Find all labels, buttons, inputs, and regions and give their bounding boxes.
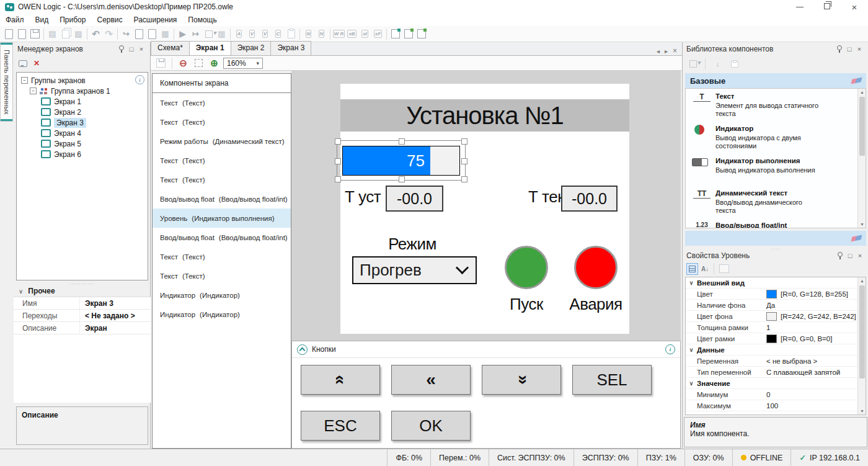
redo-icon[interactable]: ↷ bbox=[102, 27, 115, 40]
component-item-text-3[interactable]: Текст(Текст) bbox=[153, 151, 291, 170]
constant-block-icon[interactable]: C bbox=[272, 27, 285, 40]
library-item-indicator[interactable]: Индикатор Вывод индикатора с двумя состо… bbox=[686, 125, 847, 157]
alarm-indicator-lamp[interactable] bbox=[574, 246, 618, 289]
keypad-esc-button[interactable]: ESC bbox=[301, 411, 380, 441]
run-simulation-icon[interactable]: ▶ bbox=[176, 27, 189, 40]
categorized-view-icon[interactable] bbox=[686, 263, 698, 275]
color-swatch[interactable] bbox=[766, 334, 777, 343]
component-item-text-4[interactable]: Текст(Текст) bbox=[153, 170, 291, 189]
tree-item-screen-4[interactable]: Экран 4 bbox=[54, 129, 81, 138]
tab-schema[interactable]: Схема* bbox=[151, 41, 190, 55]
library-item-progress-indicator[interactable]: Индикатор выполнения Вывод индикатора вы… bbox=[686, 157, 847, 189]
tab-screen-3[interactable]: Экран 3 bbox=[270, 41, 311, 55]
keypad-sel-button[interactable]: SEL bbox=[572, 365, 652, 395]
close-panel-icon[interactable]: × bbox=[854, 44, 864, 54]
t-set-label[interactable]: Т уст bbox=[345, 187, 381, 207]
zoom-out-icon[interactable]: ⊖ bbox=[177, 56, 190, 69]
macro-editor-icon[interactable] bbox=[415, 27, 428, 40]
tree-info-icon[interactable]: i bbox=[135, 75, 144, 84]
scrollbar-thumb[interactable] bbox=[859, 97, 865, 156]
input-block-v2-icon[interactable]: V bbox=[259, 27, 272, 40]
device-memory-icon[interactable]: ▥ bbox=[215, 27, 228, 40]
output-block-n2-icon[interactable]: N bbox=[315, 27, 328, 40]
properties-scrollbar[interactable]: ▲ ▼ bbox=[857, 277, 866, 414]
copy-icon[interactable] bbox=[59, 27, 72, 40]
save-file-icon[interactable] bbox=[29, 27, 42, 40]
close-panel-icon[interactable]: × bbox=[136, 44, 146, 54]
property-row-name[interactable]: Имя Экран 3 bbox=[14, 297, 151, 310]
status-device-ip[interactable]: ✓ IP 192.168.0.1 bbox=[790, 449, 868, 466]
start-indicator-lamp[interactable] bbox=[505, 246, 548, 289]
folder-icon[interactable] bbox=[728, 58, 741, 71]
open-file-icon[interactable] bbox=[16, 27, 29, 40]
clipboard-block-icon[interactable] bbox=[285, 27, 298, 40]
resize-handle[interactable] bbox=[461, 176, 467, 182]
export-icon[interactable]: ↪ bbox=[120, 27, 133, 40]
property-row-has-background[interactable]: Наличие фона Да bbox=[686, 300, 866, 311]
rtc-clock-icon[interactable]: A bbox=[232, 27, 246, 40]
new-file-icon[interactable] bbox=[2, 27, 16, 40]
t-current-value-box[interactable]: -00.0 bbox=[561, 186, 618, 212]
tab-scroll-right-icon[interactable]: ▸ bbox=[665, 48, 668, 55]
pin-icon[interactable] bbox=[835, 251, 845, 261]
menu-file[interactable]: Файл bbox=[0, 16, 30, 24]
tree-item-screen-1[interactable]: Экран 1 bbox=[54, 97, 81, 106]
library-scrollbar[interactable]: ▲ ▼ bbox=[857, 89, 866, 228]
tab-screen-1[interactable]: Экран 1 bbox=[189, 41, 231, 55]
menu-extensions[interactable]: Расширения bbox=[128, 16, 183, 24]
resize-handle[interactable] bbox=[335, 176, 341, 182]
component-item-text-6[interactable]: Текст(Текст) bbox=[153, 266, 291, 285]
menu-device[interactable]: Прибор bbox=[54, 16, 91, 24]
collapse-chevron-icon[interactable]: ∨ bbox=[19, 288, 23, 295]
resize-handle[interactable] bbox=[399, 176, 405, 182]
paste-icon[interactable]: ▧ bbox=[72, 27, 85, 40]
property-row-variable-type[interactable]: Тип переменной С плавающей запятой bbox=[686, 367, 866, 378]
mode-dropdown[interactable]: Прогрев bbox=[352, 256, 477, 284]
property-row-variable[interactable]: Переменная < не выбрана > bbox=[686, 356, 866, 367]
print-icon[interactable]: ▤ bbox=[46, 27, 59, 40]
progress-bar[interactable]: 75 bbox=[342, 146, 460, 176]
scroll-up-icon[interactable]: ▲ bbox=[858, 279, 866, 283]
hmi-screen[interactable]: Установка №1 75 Т уст -00.0 bbox=[340, 84, 629, 334]
write-to-device-icon[interactable]: ↦ bbox=[189, 27, 202, 40]
collapse-panel-icon[interactable] bbox=[297, 344, 308, 355]
property-row-description[interactable]: Описание Экран bbox=[14, 322, 151, 334]
pin-icon[interactable] bbox=[117, 44, 126, 54]
property-row-border-color[interactable]: Цвет рамки [R=0, G=0, B=0] bbox=[686, 333, 866, 344]
convert-float-icon[interactable]: xF bbox=[371, 27, 384, 40]
resize-handle[interactable] bbox=[335, 158, 341, 164]
scroll-up-icon[interactable]: ▲ bbox=[858, 90, 866, 94]
alarm-label[interactable]: Авария bbox=[551, 295, 640, 314]
component-item-text-2[interactable]: Текст(Текст) bbox=[153, 112, 291, 132]
scroll-down-icon[interactable]: ▼ bbox=[858, 409, 866, 413]
property-group-appearance[interactable]: ∨Внешний вид bbox=[686, 277, 866, 289]
screen-title-band[interactable]: Установка №1 bbox=[340, 99, 629, 132]
scroll-down-icon[interactable]: ▼ bbox=[858, 222, 866, 226]
resize-handle[interactable] bbox=[461, 158, 467, 164]
resize-handle[interactable] bbox=[335, 138, 341, 145]
menu-help[interactable]: Помощь bbox=[182, 16, 222, 24]
pin-icon[interactable] bbox=[835, 44, 844, 54]
keypad-up-button[interactable]: « bbox=[301, 365, 380, 395]
output-block-n1-icon[interactable]: N bbox=[302, 27, 315, 40]
close-button[interactable]: × bbox=[841, 2, 868, 12]
maximize-panel-icon[interactable]: □ bbox=[126, 44, 136, 54]
zoom-level-select[interactable]: 160% ▾ bbox=[223, 58, 263, 69]
library-item-io-float[interactable]: 1.23 Ввод/вывод float/int Ввод/вывод чис… bbox=[686, 222, 847, 228]
convert-int-icon[interactable]: xI bbox=[358, 27, 371, 40]
library-section-basic[interactable]: Базовые bbox=[685, 73, 866, 88]
delete-screen-icon[interactable]: ✕ bbox=[33, 59, 40, 68]
property-group-value[interactable]: ∨Значение bbox=[686, 378, 866, 389]
info-icon[interactable]: i bbox=[665, 344, 675, 354]
tree-item-screen-3-selected[interactable]: Экран 3 bbox=[54, 118, 86, 128]
property-row-minimum[interactable]: Минимум 0 bbox=[686, 389, 866, 400]
collapse-icon[interactable]: − bbox=[30, 87, 37, 94]
library-section-next[interactable] bbox=[685, 231, 866, 246]
input-block-v1-icon[interactable]: V bbox=[246, 27, 259, 40]
component-item-level-selected[interactable]: Уровень(Индикатор выполнения) bbox=[153, 208, 291, 228]
property-row-background-color[interactable]: Цвет фона [R=242, G=242, B=242] bbox=[686, 311, 866, 322]
tab-close-icon[interactable]: × bbox=[673, 47, 677, 55]
component-item-text-1[interactable]: Текст(Текст) bbox=[153, 93, 291, 112]
property-value[interactable]: < Не задано > bbox=[79, 310, 151, 321]
selected-progress-indicator[interactable]: 75 bbox=[337, 140, 466, 181]
